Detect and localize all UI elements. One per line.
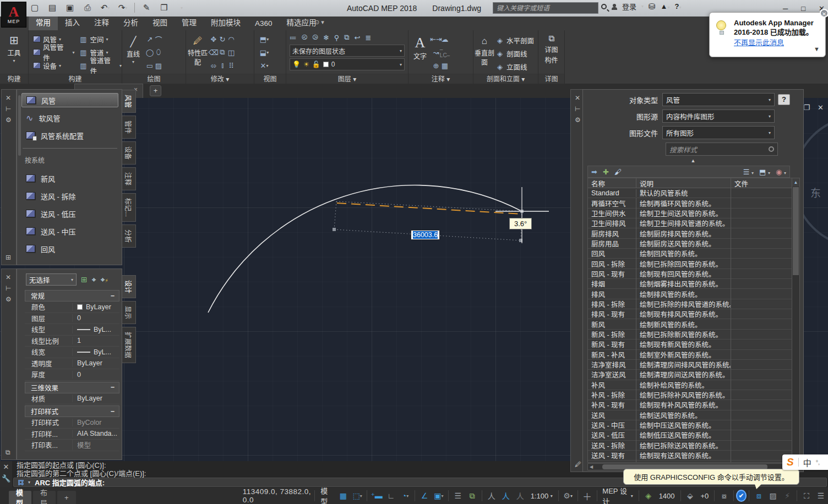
section-header-3d[interactable]: 三维效果− [25,382,119,393]
ortho-mode-icon[interactable]: ∟ [384,489,397,502]
layer-state-icon[interactable]: ≣ [365,34,371,42]
command-options-caret-icon[interactable]: ▾ [28,480,30,485]
view-cube-icon[interactable]: ⬒ ▾ [260,35,269,43]
layer-dropdown[interactable]: 💡 ☀ 🔓 0 ▾ [290,58,405,70]
palette-tab[interactable]: 注释 [122,167,136,190]
fillet-icon[interactable]: ◠ [227,35,236,43]
palette-grid-icon[interactable]: ⊞ [6,254,11,261]
selection-dropdown[interactable]: 无选择▾ [26,273,77,286]
annotation-scale-icon[interactable]: 人 [514,489,527,502]
command-customize-icon[interactable]: 🔧 [2,474,10,483]
quick-select-icon[interactable]: ⊞ [81,275,88,284]
sign-in-caret-icon[interactable]: ▾ [641,4,644,9]
palette-properties-icon[interactable]: ⚙ [575,116,581,124]
property-row[interactable]: 透明度 ByLayer [25,358,119,370]
palette-close-icon[interactable]: ✕ [6,94,11,102]
object-snap-icon[interactable]: ▣ ▾ [432,489,445,502]
help-search-input[interactable]: 键入关键字或短语 [493,2,598,14]
style-row[interactable]: 卫生间供水 绘制卫生间送风管的系统。 [588,209,795,218]
plot-icon[interactable]: ⎙ [81,1,94,14]
erase-icon[interactable]: ⌫ [209,48,218,57]
mirror-icon[interactable]: ◫ [227,48,236,57]
clean-screen-icon[interactable]: ⛶ [800,489,813,502]
style-row[interactable]: 排风 - 拆除 绘制已拆除的排风管道的系统。 [588,299,795,309]
hatch-icon[interactable]: ▨ [154,61,163,70]
style-row[interactable]: 卫生间排风 绘制卫生间排风管道的系统。 [588,218,795,228]
polyline-icon[interactable]: ↗ [145,35,154,43]
build-tool-button[interactable]: ▥空间▾ [79,32,122,46]
app-store-cart-icon[interactable]: ⛁ [649,2,656,12]
annotation-scale-value[interactable]: 1:100 ▾ [528,489,555,502]
toggle-pickadd-icon[interactable]: ⌖⚡ [101,275,108,284]
scroll-left-icon[interactable]: ◀ [588,464,595,469]
maximize-icon[interactable]: □ [801,4,805,13]
palette-properties-icon[interactable]: ⚙ [6,116,12,124]
style-row[interactable]: 补风 - 现有 绘制现有补风风管的系统。 [588,400,795,410]
input-method-bar[interactable]: S 中 °, [782,454,828,470]
ribbon-tab[interactable]: 插入 [58,14,87,30]
model-space-button[interactable]: 模型 [318,489,335,502]
ellipse-icon[interactable]: ⬯ [154,48,163,57]
layout-tab[interactable]: + [57,491,76,504]
document-restore-icon[interactable]: ❐ [803,103,810,112]
circle-icon[interactable]: ◯ [145,48,154,57]
customization-menu-icon[interactable]: ☰ [814,489,827,502]
stretch-icon[interactable]: ⬄ [209,61,218,70]
elevation-value[interactable]: 1400 [656,489,678,502]
rotate-icon[interactable]: ↻ [218,35,227,43]
properties-tab[interactable]: 扩展数据 [122,327,136,363]
section-header-general[interactable]: 常规− [25,290,119,302]
properties-toggle-icon[interactable]: ❒ [158,1,170,14]
snap-mode-icon[interactable]: ⬚ ▾ [351,489,364,502]
ribbon-tab[interactable]: 常用 [29,14,58,30]
palette-tool-flex-duct[interactable]: ∿ 软风管 [21,111,118,125]
style-row[interactable]: 送风 - 中压 绘制中压送风管的系统。 [588,420,795,430]
section-tool-button[interactable]: ◈剖面线 [495,47,534,60]
select-objects-icon[interactable]: ⌖ [92,275,96,284]
style-row[interactable]: 补风 绘制补给风管的系统。 [588,380,795,390]
section-header-plot[interactable]: 打印样式− [25,406,119,417]
ribbon-tab[interactable]: A360 [248,17,280,30]
palette-tool-system[interactable]: 送风 - 中压 [21,224,118,238]
palette-tab[interactable]: 风管 [122,90,136,113]
style-row[interactable]: 厨房排风 绘制厨房排风管的系统。 [588,228,795,238]
style-row[interactable]: 厨房用品 绘制厨房送风管的系统。 [588,239,795,249]
detail-components-button[interactable]: ⧉ 详图构件 [538,30,564,74]
vertical-section-button[interactable]: ⌂ 垂直剖面 [473,32,495,76]
preview-mode-icon[interactable]: ⬒ ▾ [759,168,770,176]
layer-freeze-icon[interactable]: ❄ [323,34,329,42]
palette-tab[interactable]: 标记... [122,193,136,222]
isolate-objects-icon[interactable]: ⧇ [717,489,731,502]
open-file-icon[interactable]: ▤ [46,1,58,14]
property-row[interactable]: 打印表... 模型 [25,440,119,451]
ribbon-tab[interactable]: 注释 [87,14,116,30]
palette-tab[interactable]: 设备 [122,141,136,165]
style-row[interactable]: 回风 - 现有 绘制现有回风管的系统。 [588,269,795,279]
z-offset-value[interactable]: +0 [698,489,711,502]
build-tool-button[interactable]: ▥管道管件▾ [79,59,122,72]
visual-style-icon[interactable]: ⬓ ▾ [260,48,269,57]
grid-display-icon[interactable]: ▦ [336,489,350,502]
autopublish-icon[interactable]: ⚡ [781,489,794,502]
property-row[interactable]: 厚度 0 [25,369,119,381]
autoscale-icon[interactable]: 人 [499,489,513,502]
layer-on-bulb-icon[interactable]: 💡 [292,61,301,68]
palette-autohide-icon[interactable]: ⊢ [575,105,580,113]
add-cleanup-icon[interactable]: ＋ [581,489,594,502]
palette-scrollbar[interactable] [18,95,21,156]
style-row[interactable]: Standard 默认的风管系统 [588,188,795,198]
style-row[interactable]: 送风 绘制送风管的系统。 [588,410,795,420]
zoom-icon[interactable]: ✕ ▾ [260,61,269,70]
properties-tab[interactable]: 显示 [122,301,136,324]
drawing-file-dropdown[interactable]: 所有图形▾ [662,126,775,139]
help-icon[interactable]: ?▾ [675,2,682,10]
new-file-icon[interactable]: ▢ [29,1,41,14]
palette-bottom-icon[interactable]: 🖉 [575,461,581,468]
command-close-icon[interactable]: ✕ [3,463,9,471]
revision-cloud-icon[interactable]: ☁ [440,35,449,43]
palette-autohide-icon[interactable]: ⊢ [6,105,11,113]
layer-match-icon[interactable]: ⧉ [344,33,349,42]
hatch-preview-icon[interactable]: ▨ [766,489,780,502]
property-row[interactable]: 线型 ByL... [25,324,119,336]
property-row[interactable]: 线型比例 1 [25,336,119,347]
